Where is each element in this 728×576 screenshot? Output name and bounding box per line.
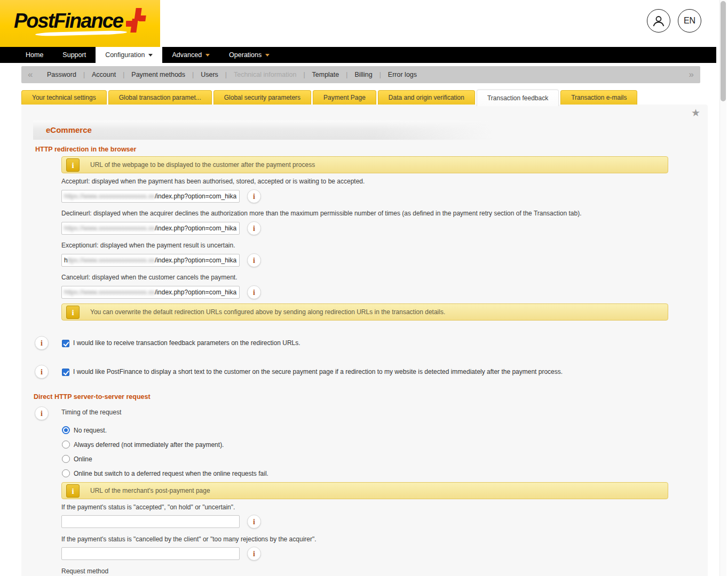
short-text-info-icon[interactable]: i <box>35 365 49 379</box>
request-method-label: Request method <box>61 567 108 575</box>
checkbox-label: I would like to receive transaction feed… <box>73 339 300 347</box>
redacted-url-prefix: https://www.xxxxxxxxxxxxxxx.xx <box>64 225 155 232</box>
accepted-status-info-icon[interactable]: i <box>247 515 261 529</box>
radio-row-no-request: No request. <box>62 426 107 434</box>
tab-your-technical-settings[interactable]: Your technical settings <box>21 90 107 105</box>
short-text-checkbox[interactable] <box>62 369 69 376</box>
timing-label: Timing of the request <box>61 409 121 416</box>
subnav-item-payment-methods[interactable]: Payment methods <box>131 71 185 78</box>
swiss-cross-icon <box>126 7 147 35</box>
tab-transaction-emails[interactable]: Transaction e-mails <box>560 90 637 105</box>
subnav-item-error-logs[interactable]: Error logs <box>388 71 417 78</box>
favorite-star-icon[interactable]: ★ <box>691 107 700 119</box>
postfinance-logo[interactable]: PostFinance <box>0 0 160 47</box>
scroll-right-icon[interactable]: » <box>689 66 694 83</box>
feedback-params-checkbox[interactable] <box>62 340 69 347</box>
header-actions: EN <box>647 9 701 33</box>
radio-row-always-deferred: Always deferred (not immediately after t… <box>62 441 224 449</box>
exceptionurl-label: Exceptionurl: displayed when the payment… <box>61 242 235 249</box>
radio-row-online-deferred-fallback: Online but switch to a deferred request … <box>62 469 268 477</box>
declineurl-label: Declineurl: displayed when the acquirer … <box>61 210 582 217</box>
radio-label: Always deferred (not immediately after t… <box>74 441 224 449</box>
sub-nav: « Password Account Payment methods Users… <box>21 66 700 83</box>
user-icon <box>652 14 666 28</box>
cancelled-status-label: If the payment's status is "cancelled by… <box>61 535 316 543</box>
info-icon: i <box>66 306 80 319</box>
nav-item-configuration[interactable]: Configuration <box>96 47 162 63</box>
accepted-status-url-input[interactable] <box>61 515 240 528</box>
radio-label: No request. <box>74 427 107 434</box>
main-nav: Home Support Configuration Advanced Oper… <box>0 47 716 63</box>
tab-transaction-feedback[interactable]: Transaction feedback <box>477 90 559 106</box>
overwrite-urls-info-box: i You can overwrite the default redirect… <box>61 303 668 321</box>
declineurl-info-icon[interactable]: i <box>247 221 261 235</box>
nav-item-advanced[interactable]: Advanced <box>162 47 219 63</box>
accepted-status-label: If the payment's status is "accepted", "… <box>61 503 235 511</box>
no-request-radio[interactable] <box>62 426 70 434</box>
subnav-item-technical-information: Technical information <box>234 71 296 78</box>
cancelurl-info-icon[interactable]: i <box>247 285 261 299</box>
accepturl-label: Accepturl: displayed when the payment ha… <box>61 178 365 185</box>
info-icon: i <box>66 158 80 172</box>
subnav-item-users[interactable]: Users <box>201 71 218 78</box>
online-radio[interactable] <box>62 455 70 463</box>
redacted-url-prefix: ttps://www.xxxxxxxxxxxxxxx.xx <box>68 257 155 264</box>
subnav-item-template[interactable]: Template <box>312 71 339 78</box>
cancelled-status-info-icon[interactable]: i <box>247 547 261 561</box>
http-redirection-heading: HTTP redirection in the browser <box>35 146 136 153</box>
app-header: PostFinance EN <box>0 0 728 47</box>
cancelled-status-url-input[interactable] <box>61 547 240 560</box>
nav-item-operations[interactable]: Operations <box>219 47 279 63</box>
logo-wordmark: PostFinance <box>14 10 123 33</box>
feedback-params-row: I would like to receive transaction feed… <box>62 339 300 347</box>
redacted-url-prefix: https://www.xxxxxxxxxxxxxxx.xx <box>64 289 155 296</box>
language-label: EN <box>684 16 695 26</box>
subnav-item-billing[interactable]: Billing <box>354 71 372 78</box>
radio-row-online: Online <box>62 455 92 463</box>
language-button[interactable]: EN <box>678 9 701 33</box>
exceptionurl-info-icon[interactable]: i <box>247 253 261 267</box>
declineurl-input[interactable]: https://www.xxxxxxxxxxxxxxx.xx/index.php… <box>61 222 240 235</box>
subnav-item-account[interactable]: Account <box>92 71 116 78</box>
sub-nav-items: Password Account Payment methods Users T… <box>47 66 700 83</box>
section-header-ecommerce: eCommerce <box>33 121 507 140</box>
short-text-row: I would like PostFinance to display a sh… <box>62 368 563 376</box>
tab-data-and-origin-verification[interactable]: Data and origin verification <box>378 90 475 105</box>
tab-global-transaction-parameters[interactable]: Global transaction paramet... <box>108 90 212 105</box>
info-icon: i <box>66 484 80 498</box>
content-panel: ★ eCommerce HTTP redirection in the brow… <box>21 105 708 576</box>
page: PostFinance EN <box>0 0 728 576</box>
subnav-item-password[interactable]: Password <box>47 71 76 78</box>
radio-label: Online but switch to a deferred request … <box>74 470 268 477</box>
accepturl-info-icon[interactable]: i <box>247 189 261 203</box>
tab-bar: Your technical settings Global transacti… <box>21 90 637 105</box>
nav-item-support[interactable]: Support <box>53 47 96 63</box>
redacted-url-prefix: https://www.xxxxxxxxxxxxxxx.xx <box>64 193 155 200</box>
section-title: eCommerce <box>33 121 507 140</box>
nav-item-home[interactable]: Home <box>16 47 53 63</box>
chevron-down-icon <box>265 54 270 57</box>
accepturl-input[interactable]: https://www.xxxxxxxxxxxxxxx.xx/index.php… <box>61 190 240 203</box>
radio-label: Online <box>74 455 92 463</box>
feedback-params-info-icon[interactable]: i <box>35 336 49 350</box>
post-payment-url-info-box: i URL of the merchant's post-payment pag… <box>61 482 668 499</box>
exceptionurl-input[interactable]: https://www.xxxxxxxxxxxxxxx.xx/index.php… <box>61 254 240 267</box>
cancelurl-input[interactable]: https://www.xxxxxxxxxxxxxxx.xx/index.php… <box>61 286 240 299</box>
server-request-heading: Direct HTTP server-to-server request <box>34 393 151 401</box>
chevron-down-icon <box>148 54 153 57</box>
vertical-scrollbar[interactable] <box>719 0 726 576</box>
tab-global-security-parameters[interactable]: Global security parameters <box>213 90 311 105</box>
user-account-button[interactable] <box>647 9 670 33</box>
chevron-down-icon <box>205 54 210 57</box>
checkbox-label: I would like PostFinance to display a sh… <box>73 368 563 375</box>
always-deferred-radio[interactable] <box>62 441 70 449</box>
scroll-left-icon[interactable]: « <box>28 66 33 83</box>
scrollbar-thumb[interactable] <box>721 1 726 101</box>
redirect-url-info-box: i URL of the webpage to be displayed to … <box>61 156 668 173</box>
cancelurl-label: Cancelurl: displayed when the customer c… <box>61 274 238 281</box>
timing-info-icon[interactable]: i <box>35 406 49 420</box>
online-fallback-radio[interactable] <box>62 469 70 477</box>
tab-payment-page[interactable]: Payment Page <box>313 90 376 105</box>
